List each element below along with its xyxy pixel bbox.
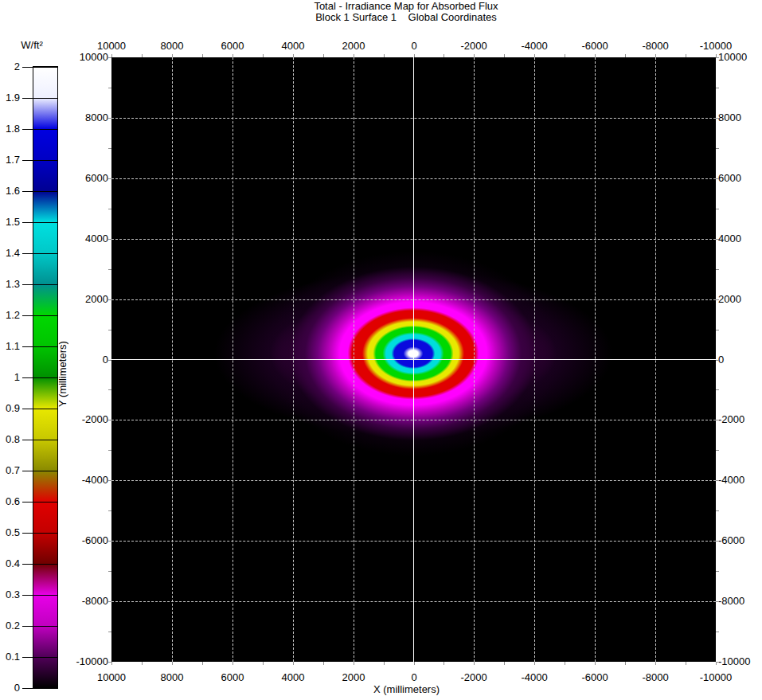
colorbar-tick-label: 0.5 — [0, 526, 20, 539]
colorbar-tick-line — [22, 471, 58, 471]
colorbar-tick-line — [22, 315, 58, 316]
colorbar-tick-line — [22, 191, 58, 192]
x-tick-label-top: -6000 — [571, 40, 619, 53]
x-tick-label-bottom: -8000 — [631, 671, 679, 684]
axis-tick-top — [414, 54, 415, 57]
axis-tick-bottom — [233, 662, 233, 665]
axis-tick-right — [716, 239, 719, 240]
axis-tick-left — [108, 450, 111, 451]
colorbar-tick-label: 1.4 — [0, 247, 20, 260]
axis-tick-right — [716, 148, 719, 149]
axis-tick-right — [716, 330, 719, 330]
colorbar-tick-line — [22, 222, 58, 223]
colorbar-tick-line — [22, 98, 58, 99]
axis-tick-right — [716, 480, 719, 481]
axis-tick-top — [565, 54, 565, 57]
crosshair-horizontal-line — [111, 359, 716, 360]
axis-tick-bottom — [625, 662, 626, 665]
axis-tick-bottom — [384, 662, 385, 665]
axis-tick-left — [108, 632, 111, 632]
axis-tick-right — [716, 118, 719, 119]
chart-title-line1: Total - Irradiance Map for Absorbed Flux — [104, 1, 708, 12]
y-tick-label-right: -2000 — [718, 413, 760, 426]
x-tick-label-top: 2000 — [330, 40, 377, 53]
axis-tick-bottom — [474, 662, 475, 665]
axis-tick-right — [716, 510, 719, 511]
x-tick-label-bottom: 10000 — [88, 671, 135, 684]
y-tick-label-right: 6000 — [718, 172, 760, 185]
colorbar-tick-label: 1.7 — [0, 154, 20, 166]
y-tick-label-right: -8000 — [718, 595, 760, 608]
y-tick-label-right: 4000 — [718, 233, 760, 245]
colorbar-tick-label: 1.5 — [0, 216, 20, 229]
y-tick-label-left: -2000 — [70, 413, 108, 426]
colorbar-tick-label: 1.8 — [0, 123, 20, 135]
x-tick-label-top: -2000 — [450, 40, 498, 53]
axis-tick-right — [716, 178, 719, 179]
axis-tick-left — [108, 389, 111, 390]
axis-tick-top — [686, 54, 686, 57]
y-tick-label-left: 6000 — [70, 172, 108, 185]
x-tick-label-bottom: 4000 — [269, 671, 317, 684]
axis-tick-right — [716, 209, 719, 209]
axis-tick-right — [716, 541, 719, 542]
y-tick-label-left: 0 — [70, 354, 108, 366]
colorbar-tick-line — [22, 346, 58, 347]
y-tick-label-right: -10000 — [718, 655, 760, 668]
colorbar-tick-line — [22, 129, 58, 130]
y-tick-label-right: 2000 — [718, 293, 760, 306]
axis-tick-left — [108, 269, 111, 270]
axis-tick-bottom — [111, 662, 112, 665]
axis-tick-right — [716, 269, 719, 270]
axis-tick-top — [504, 54, 505, 57]
x-tick-label-top: 8000 — [148, 40, 196, 53]
colorbar-tick-line — [22, 409, 58, 409]
axis-tick-right — [716, 662, 719, 663]
colorbar-tick-label: 1.1 — [0, 340, 20, 353]
axis-tick-left — [108, 88, 111, 88]
axis-tick-right — [716, 632, 719, 632]
colorbar-tick-label: 0.3 — [0, 589, 20, 601]
axis-tick-top — [444, 54, 444, 57]
colorbar-tick-label: 0.2 — [0, 620, 20, 632]
axis-tick-right — [716, 601, 719, 602]
colorbar-tick-label: 1.9 — [0, 92, 20, 104]
colorbar-tick-line — [22, 595, 58, 596]
axis-tick-bottom — [655, 662, 656, 665]
colorbar-unit-label: W/ft² — [11, 39, 53, 51]
axis-tick-right — [716, 57, 719, 58]
irradiance-map-view: Total - Irradiance Map for Absorbed Flux… — [0, 0, 762, 700]
axis-tick-left — [108, 510, 111, 511]
colorbar-tick-label: 0.6 — [0, 495, 20, 508]
colorbar-tick-label: 0.8 — [0, 433, 20, 446]
colorbar-tick-label: 0.4 — [0, 557, 20, 570]
y-tick-label-left: -10000 — [70, 655, 108, 668]
chart-title: Total - Irradiance Map for Absorbed Flux… — [104, 1, 708, 23]
y-tick-label-right: -6000 — [718, 534, 760, 547]
axis-tick-left — [108, 360, 111, 361]
axis-tick-left — [108, 662, 111, 663]
axis-tick-bottom — [263, 662, 264, 665]
axis-tick-top — [384, 54, 385, 57]
axis-tick-top — [625, 54, 626, 57]
y-tick-label-left: -4000 — [70, 474, 108, 487]
axis-tick-right — [716, 571, 719, 572]
y-tick-label-left: 2000 — [70, 293, 108, 306]
axis-tick-left — [108, 209, 111, 209]
axis-tick-top — [202, 54, 203, 57]
axis-tick-right — [716, 420, 719, 420]
colorbar-tick-line — [22, 657, 58, 658]
colorbar-tick-line — [22, 626, 58, 627]
colorbar-tick-line — [22, 564, 58, 565]
y-axis-label: Y (millimeters) — [57, 304, 71, 444]
axis-tick-bottom — [686, 662, 686, 665]
x-tick-label-bottom: -10000 — [692, 671, 740, 684]
x-tick-label-bottom: 6000 — [209, 671, 256, 684]
axis-tick-bottom — [565, 662, 565, 665]
axis-tick-right — [716, 299, 719, 300]
y-tick-label-left: -8000 — [70, 595, 108, 608]
colorbar-tick-label: 2 — [0, 61, 20, 73]
axis-tick-bottom — [504, 662, 505, 665]
colorbar-tick-line — [22, 160, 58, 161]
axis-tick-bottom — [172, 662, 173, 665]
